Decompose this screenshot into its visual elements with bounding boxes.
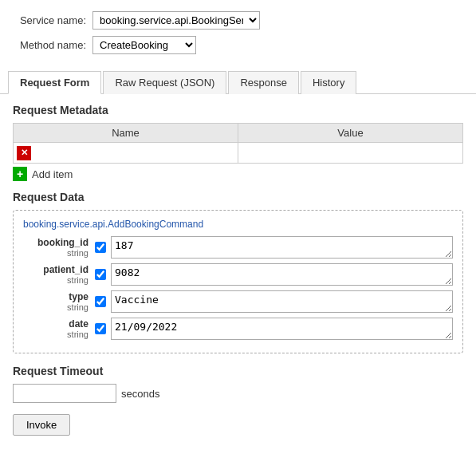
invoke-button[interactable]: Invoke	[13, 414, 70, 436]
tab-request-form[interactable]: Request Form	[8, 71, 101, 94]
method-name-row: Method name: CreateBooking	[13, 36, 463, 54]
timeout-input[interactable]	[13, 384, 116, 403]
timeout-unit: seconds	[121, 388, 159, 400]
request-data-box: booking.service.api.AddBookingCommand bo…	[13, 210, 463, 353]
param-name-patient-id: patient_id	[23, 264, 89, 275]
param-type-booking-id: string	[23, 248, 89, 258]
request-data-title: Request Data	[13, 191, 463, 203]
top-section: Service name: booking.service.api.Bookin…	[0, 0, 476, 67]
tab-raw-request[interactable]: Raw Request (JSON)	[103, 71, 226, 94]
service-name-row: Service name: booking.service.api.Bookin…	[13, 11, 463, 30]
command-label: booking.service.api.AddBookingCommand	[23, 219, 453, 230]
col-name-header: Name	[14, 124, 238, 143]
tab-history[interactable]: History	[301, 71, 356, 94]
main-content: Request Metadata Name Value ✕	[0, 94, 476, 445]
add-item-row: + Add item	[13, 167, 463, 181]
metadata-value-field[interactable]	[242, 145, 459, 160]
metadata-name-field[interactable]	[34, 145, 234, 160]
add-item-button[interactable]: +	[13, 167, 27, 181]
delete-metadata-button[interactable]: ✕	[17, 146, 31, 160]
request-timeout-title: Request Timeout	[13, 365, 463, 377]
tab-bar: Request Form Raw Request (JSON) Response…	[0, 70, 476, 94]
request-timeout-section: Request Timeout seconds	[13, 365, 463, 403]
param-row-type: type string Vaccine	[23, 290, 453, 313]
param-checkbox-date[interactable]	[95, 323, 106, 334]
param-type-patient-id: string	[23, 275, 89, 285]
metadata-table-real: Name Value ✕	[13, 123, 463, 164]
param-row-date: date string 21/09/2022	[23, 318, 453, 340]
param-input-date[interactable]: 21/09/2022	[111, 318, 453, 340]
param-input-booking-id[interactable]: 187	[111, 236, 453, 259]
param-name-booking-id: booking_id	[23, 237, 89, 248]
timeout-row: seconds	[13, 384, 463, 403]
param-checkbox-patient-id[interactable]	[95, 269, 106, 280]
col-value-header: Value	[238, 124, 463, 143]
service-name-select[interactable]: booking.service.api.BookingService	[92, 11, 260, 30]
tab-response[interactable]: Response	[228, 71, 299, 94]
param-input-patient-id[interactable]: 9082	[111, 263, 453, 286]
method-name-label: Method name:	[13, 39, 92, 51]
add-item-label: Add item	[32, 168, 73, 180]
param-name-date: date	[23, 318, 89, 330]
param-type-type: string	[23, 302, 89, 312]
param-type-date: string	[23, 330, 89, 339]
method-name-select[interactable]: CreateBooking	[92, 36, 196, 54]
param-checkbox-booking-id[interactable]	[95, 242, 106, 253]
metadata-row: ✕	[14, 143, 463, 164]
param-name-type: type	[23, 291, 89, 302]
param-checkbox-type[interactable]	[95, 296, 106, 307]
param-input-type[interactable]: Vaccine	[111, 290, 453, 313]
service-name-label: Service name:	[13, 14, 92, 26]
param-row-booking-id: booking_id string 187	[23, 236, 453, 259]
request-metadata-title: Request Metadata	[13, 104, 463, 116]
param-row-patient-id: patient_id string 9082	[23, 263, 453, 286]
